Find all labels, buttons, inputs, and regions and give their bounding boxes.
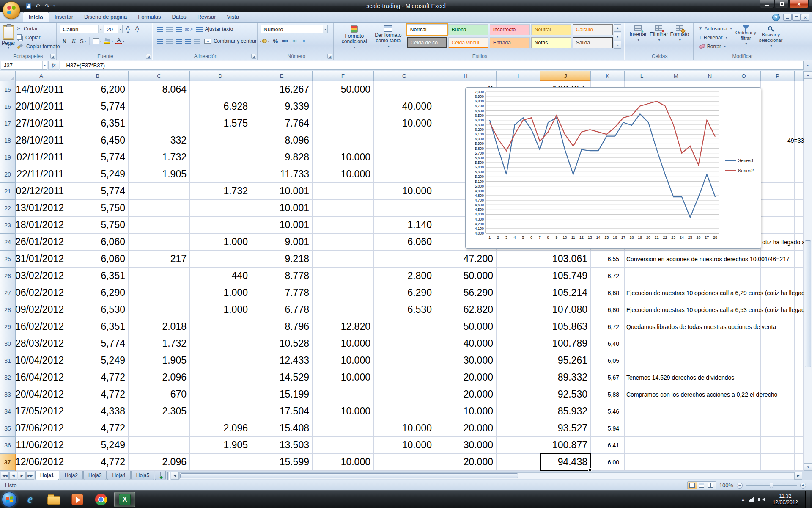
- cell-E35[interactable]: 15.408: [251, 420, 313, 437]
- scroll-up-button[interactable]: ▲: [804, 71, 812, 79]
- cell-P17[interactable]: [761, 115, 795, 132]
- format-painter-button[interactable]: Copiar formato: [15, 42, 61, 51]
- cell-G18[interactable]: [374, 132, 435, 149]
- cell-G27[interactable]: 6.290: [374, 284, 435, 301]
- cell-E32[interactable]: 14.529: [251, 369, 313, 386]
- cell-J30[interactable]: 100.789: [540, 335, 591, 352]
- row-header-25[interactable]: 25: [0, 251, 16, 268]
- qat-customize-button[interactable]: ▾: [52, 2, 57, 10]
- cell-E20[interactable]: 11.733: [251, 166, 313, 183]
- cell-style-normal[interactable]: Normal: [407, 24, 447, 35]
- cell-E27[interactable]: 7.778: [251, 284, 313, 301]
- scroll-left-button[interactable]: ◀: [171, 472, 179, 480]
- increase-indent-button[interactable]: [193, 37, 202, 45]
- cell-M31[interactable]: [659, 352, 693, 369]
- cell-G24[interactable]: 6.060: [374, 234, 435, 251]
- cell-J32[interactable]: 89.332: [540, 369, 591, 386]
- tray-expand-icon[interactable]: ▲: [741, 497, 745, 502]
- cell-I30[interactable]: [497, 335, 540, 352]
- vertical-scrollbar[interactable]: ▲ ▼: [804, 71, 812, 471]
- cell-L34[interactable]: [625, 403, 659, 420]
- gallery-down-button[interactable]: ▼: [614, 33, 621, 40]
- cell-F18[interactable]: [313, 132, 374, 149]
- cell-F21[interactable]: [313, 183, 374, 200]
- column-header-K[interactable]: K: [591, 71, 625, 81]
- embedded-chart[interactable]: 4,0004,1004,2004,3004,4004,5004,6004,700…: [465, 87, 761, 249]
- cell-P23[interactable]: [761, 217, 795, 234]
- ribbon-tab-2[interactable]: Insertar: [49, 12, 79, 22]
- cell-D25[interactable]: [190, 251, 251, 268]
- cell-O31[interactable]: [727, 352, 761, 369]
- sort-filter-button[interactable]: Ordenar y filtrar: [734, 24, 758, 52]
- workbook-restore-button[interactable]: [792, 14, 801, 21]
- row-header-26[interactable]: 26: [0, 268, 16, 284]
- cell-K31[interactable]: 6,05: [591, 352, 625, 369]
- cell-A29[interactable]: 16/02/2012: [16, 318, 67, 335]
- minimize-button[interactable]: [760, 0, 774, 8]
- cell-E21[interactable]: 10.001: [251, 183, 313, 200]
- cell-G32[interactable]: [374, 369, 435, 386]
- cell-I37[interactable]: [497, 454, 540, 471]
- cell-A36[interactable]: 11/06/2012: [16, 437, 67, 454]
- insert-cells-button[interactable]: Insertar: [628, 24, 648, 52]
- row-header-35[interactable]: 35: [0, 420, 16, 437]
- cell-C27[interactable]: [129, 284, 190, 301]
- percent-style-button[interactable]: %: [271, 37, 280, 45]
- sheet-tab-Hoja4[interactable]: Hoja4: [107, 471, 130, 480]
- cell-D19[interactable]: [190, 149, 251, 166]
- cell-P21[interactable]: [761, 183, 795, 200]
- cell-E15[interactable]: 16.267: [251, 81, 313, 98]
- cell-style-celda-vinc[interactable]: Celda vincul...: [448, 37, 488, 48]
- cell-A33[interactable]: 20/04/2012: [16, 386, 67, 403]
- cell-K35[interactable]: 5,94: [591, 420, 625, 437]
- cell-M37[interactable]: [659, 454, 693, 471]
- cell-P35[interactable]: [761, 420, 795, 437]
- cell-F17[interactable]: [313, 115, 374, 132]
- cell-E18[interactable]: 8.096: [251, 132, 313, 149]
- underline-button[interactable]: S: [79, 37, 87, 45]
- column-header-N[interactable]: N: [693, 71, 727, 81]
- merge-center-button[interactable]: ↔Combinar y centrar: [203, 37, 263, 46]
- start-button[interactable]: [2, 492, 17, 507]
- cell-C32[interactable]: 2.096: [129, 369, 190, 386]
- horizontal-scroll-track[interactable]: [179, 472, 794, 479]
- cell-G30[interactable]: [374, 335, 435, 352]
- cell-style-calculo[interactable]: Cálculo: [573, 24, 613, 35]
- row-header-33[interactable]: 33: [0, 386, 16, 403]
- cell-L31[interactable]: [625, 352, 659, 369]
- cell-G29[interactable]: [374, 318, 435, 335]
- cell-C30[interactable]: 1.732: [129, 335, 190, 352]
- cell-O30[interactable]: [727, 335, 761, 352]
- cell-B32[interactable]: 4,772: [67, 369, 129, 386]
- zoom-in-button[interactable]: +: [800, 483, 806, 489]
- cell-E23[interactable]: 10.001: [251, 217, 313, 234]
- cell-F28[interactable]: [313, 301, 374, 318]
- ribbon-tab-3[interactable]: Diseño de página: [79, 12, 132, 22]
- cell-D27[interactable]: 1.000: [190, 284, 251, 301]
- cell-M30[interactable]: [659, 335, 693, 352]
- cell-B31[interactable]: 5,249: [67, 352, 129, 369]
- cell-J28[interactable]: 107.080: [540, 301, 591, 318]
- insert-function-button[interactable]: fx: [48, 61, 59, 70]
- cell-D24[interactable]: 1.000: [190, 234, 251, 251]
- internet-explorer-taskbar-button[interactable]: e: [19, 492, 41, 507]
- undo-button[interactable]: ↶: [33, 2, 42, 10]
- format-as-table-button[interactable]: Dar formato como tabla: [371, 24, 405, 52]
- cell-P32[interactable]: [761, 369, 795, 386]
- row-header-15[interactable]: 15: [0, 81, 16, 98]
- media-player-taskbar-button[interactable]: [67, 492, 88, 507]
- cell-C33[interactable]: 670: [129, 386, 190, 403]
- ribbon-tab-1[interactable]: Inicio: [23, 12, 49, 22]
- cell-E25[interactable]: 9.218: [251, 251, 313, 268]
- cell-B17[interactable]: 6,351: [67, 115, 129, 132]
- cell-B24[interactable]: 6,060: [67, 234, 129, 251]
- cell-K34[interactable]: 5,46: [591, 403, 625, 420]
- delete-cells-button[interactable]: Eliminar: [648, 24, 669, 52]
- cell-F20[interactable]: 10.000: [313, 166, 374, 183]
- shrink-font-button[interactable]: A▾: [133, 25, 141, 33]
- cell-F22[interactable]: [313, 200, 374, 217]
- formula-bar-expand-button[interactable]: ▾: [804, 64, 811, 67]
- cell-A21[interactable]: 02/12/2011: [16, 183, 67, 200]
- dialog-launcher-icon[interactable]: ◢: [327, 54, 332, 59]
- selected-cell-outline[interactable]: [540, 453, 591, 471]
